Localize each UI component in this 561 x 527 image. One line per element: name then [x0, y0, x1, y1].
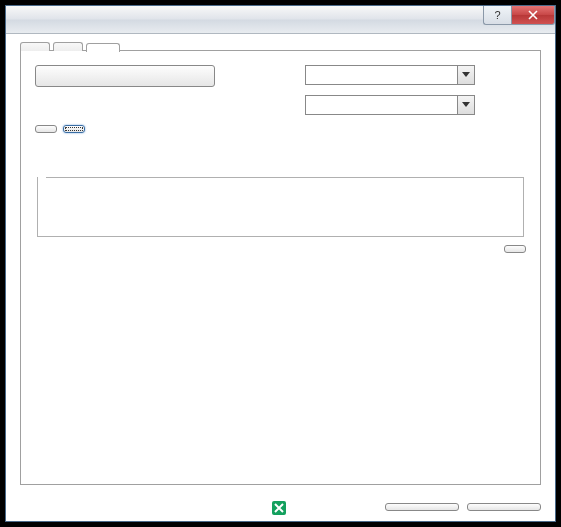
- ok-button[interactable]: [385, 503, 459, 511]
- logo-icon: [271, 500, 287, 516]
- help-button[interactable]: ?: [483, 6, 511, 25]
- title-bar[interactable]: ?: [6, 6, 555, 34]
- watermark: [271, 500, 291, 516]
- no-color-button[interactable]: [35, 65, 215, 87]
- tab-strip: [20, 42, 541, 51]
- tab-border[interactable]: [53, 42, 83, 51]
- format-cells-dialog: ?: [5, 5, 556, 522]
- clear-button: [504, 245, 526, 253]
- cancel-button[interactable]: [467, 503, 541, 511]
- close-icon: [528, 10, 538, 20]
- pattern-style-combo[interactable]: [305, 95, 475, 115]
- dialog-footer: [6, 495, 555, 521]
- pattern-color-combo[interactable]: [305, 65, 475, 85]
- svg-rect-0: [272, 501, 286, 515]
- fill-effects-button[interactable]: [35, 125, 57, 133]
- chevron-down-icon: [457, 66, 474, 84]
- more-colors-button[interactable]: [63, 125, 85, 133]
- sample-group: [37, 177, 524, 237]
- close-button[interactable]: [511, 6, 555, 25]
- sample-preview: [38, 178, 523, 236]
- tab-page-fill: [20, 50, 541, 485]
- chevron-down-icon: [457, 96, 474, 114]
- tab-fill[interactable]: [86, 43, 120, 52]
- tab-font[interactable]: [20, 42, 50, 51]
